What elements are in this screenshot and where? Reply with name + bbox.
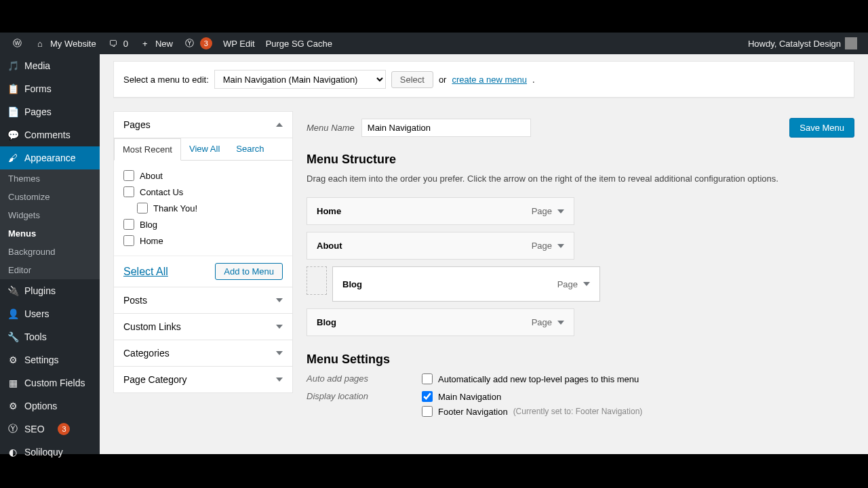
display-label: Display location [307, 391, 401, 401]
sub-editor[interactable]: Editor [0, 261, 100, 279]
menu-item-blog-dragging[interactable]: Blog Page [332, 266, 600, 302]
sub-menus[interactable]: Menus [0, 224, 100, 243]
media-icon: 🎵 [7, 60, 19, 72]
check-thank-you[interactable]: Thank You! [123, 200, 283, 216]
menu-item-home[interactable]: Home Page [307, 197, 574, 225]
tab-view-all[interactable]: View All [181, 138, 228, 160]
plugins-icon: 🔌 [7, 285, 19, 297]
menu-item-title: Home [317, 206, 341, 216]
admin-toolbar: ⓦ ⌂My Website 🗨0 +New Ⓨ3 WP Edit Purge S… [0, 33, 868, 54]
select-all-link[interactable]: Select All [123, 266, 168, 278]
checkbox[interactable] [123, 170, 134, 181]
checkbox[interactable] [123, 219, 134, 230]
purge-label: Purge SG Cache [266, 39, 332, 49]
location-main[interactable]: Main Navigation [422, 391, 642, 402]
meta-boxes: Pages Most Recent View All Search About … [113, 111, 293, 393]
wp-logo[interactable]: ⓦ [5, 33, 28, 54]
add-to-menu-button[interactable]: Add to Menu [215, 263, 283, 280]
select-button[interactable]: Select [391, 71, 433, 88]
menu-select[interactable]: Main Navigation (Main Navigation) [214, 70, 386, 89]
sidebar-label: Users [24, 308, 50, 319]
location-footer[interactable]: Footer Navigation (Currently set to: Foo… [422, 406, 642, 417]
yoast-link[interactable]: Ⓨ3 [178, 33, 218, 54]
new-link[interactable]: +New [134, 33, 178, 54]
pages-footer: Select All Add to Menu [114, 256, 292, 287]
wp-edit-link[interactable]: WP Edit [218, 33, 260, 54]
chevron-down-icon[interactable] [557, 209, 564, 214]
seo-icon: Ⓨ [7, 423, 19, 435]
sidebar-label: Appearance [24, 152, 76, 163]
check-blog[interactable]: Blog [123, 216, 283, 232]
structure-help: Drag each item into the order you prefer… [307, 174, 854, 184]
purge-link[interactable]: Purge SG Cache [260, 33, 338, 54]
custom-links-accordion-head[interactable]: Custom Links [113, 314, 293, 340]
menu-name-input[interactable] [361, 119, 531, 137]
sidebar-item-options[interactable]: ⚙Options [0, 394, 100, 418]
plus-icon: + [139, 37, 151, 49]
check-contact[interactable]: Contact Us [123, 184, 283, 200]
sidebar-item-users[interactable]: 👤Users [0, 302, 100, 325]
sidebar-item-appearance[interactable]: 🖌Appearance [0, 146, 100, 169]
tools-icon: 🔧 [7, 331, 19, 343]
sidebar-label: Settings [24, 354, 59, 365]
sidebar-item-settings[interactable]: ⚙Settings [0, 348, 100, 371]
menu-item-title: About [317, 241, 342, 251]
posts-accordion-head[interactable]: Posts [113, 287, 293, 314]
comments-count: 0 [123, 39, 128, 49]
site-link[interactable]: ⌂My Website [28, 33, 102, 54]
sidebar-item-media[interactable]: 🎵Media [0, 54, 100, 77]
checkbox[interactable] [123, 186, 134, 197]
chevron-down-icon[interactable] [557, 244, 564, 248]
menu-item-type: Page [557, 279, 578, 289]
sidebar-item-pages[interactable]: 📄Pages [0, 100, 100, 123]
sidebar-item-seo[interactable]: ⓎSEO 3 [0, 418, 100, 441]
sidebar-item-tools[interactable]: 🔧Tools [0, 325, 100, 348]
comments-link[interactable]: 🗨0 [102, 33, 134, 54]
check-about[interactable]: About [123, 167, 283, 184]
sub-themes[interactable]: Themes [0, 169, 100, 188]
display-location-row: Display location Main Navigation Footer … [307, 391, 854, 417]
page-category-accordion-head[interactable]: Page Category [113, 367, 293, 393]
sidebar-item-custom-fields[interactable]: ▦Custom Fields [0, 371, 100, 394]
chevron-down-icon[interactable] [557, 321, 564, 325]
checkbox[interactable] [422, 406, 433, 417]
checkbox[interactable] [422, 391, 433, 402]
sub-widgets[interactable]: Widgets [0, 206, 100, 224]
main-content: Select a menu to edit: Main Navigation (… [100, 54, 868, 454]
pages-accordion-head[interactable]: Pages [113, 111, 293, 138]
auto-add-row: Auto add pages Automatically add new top… [307, 373, 854, 384]
auto-add-option[interactable]: Automatically add new top-level pages to… [422, 373, 639, 384]
sidebar-label: Plugins [24, 285, 56, 296]
sidebar-label: Forms [24, 83, 52, 94]
save-menu-button[interactable]: Save Menu [789, 118, 854, 138]
categories-accordion-head[interactable]: Categories [113, 340, 293, 367]
sidebar-item-forms[interactable]: 📋Forms [0, 77, 100, 100]
avatar-icon [845, 37, 857, 49]
sidebar-item-soliloquy[interactable]: ◐Soliloquy [0, 441, 100, 464]
home-icon: ⌂ [34, 37, 46, 49]
tab-search[interactable]: Search [228, 138, 272, 160]
menu-item-about[interactable]: About Page [307, 232, 574, 260]
menu-selector-row: Select a menu to edit: Main Navigation (… [113, 61, 854, 98]
sub-customize[interactable]: Customize [0, 188, 100, 206]
chevron-down-icon [276, 351, 283, 355]
auto-add-label: Auto add pages [307, 373, 401, 384]
checkbox[interactable] [123, 235, 134, 246]
chevron-down-icon[interactable] [583, 282, 590, 286]
sidebar-label: Soliloquy [24, 447, 63, 458]
sub-background[interactable]: Background [0, 243, 100, 261]
user-menu[interactable]: Howdy, Catalyst Design [743, 33, 863, 54]
structure-heading: Menu Structure [307, 152, 854, 167]
create-menu-link[interactable]: create a new menu [452, 75, 527, 85]
soliloquy-icon: ◐ [7, 446, 19, 458]
check-home[interactable]: Home [123, 232, 283, 249]
tab-most-recent[interactable]: Most Recent [114, 138, 181, 161]
checkbox[interactable] [137, 203, 148, 214]
menu-item-blog[interactable]: Blog Page [307, 308, 574, 336]
sidebar-item-plugins[interactable]: 🔌Plugins [0, 279, 100, 302]
sidebar-item-comments[interactable]: 💬Comments [0, 123, 100, 146]
checkbox[interactable] [422, 373, 433, 384]
pages-accordion-body: Most Recent View All Search About Contac… [113, 138, 293, 287]
users-icon: 👤 [7, 308, 19, 320]
greeting-label: Howdy, Catalyst Design [748, 39, 841, 49]
